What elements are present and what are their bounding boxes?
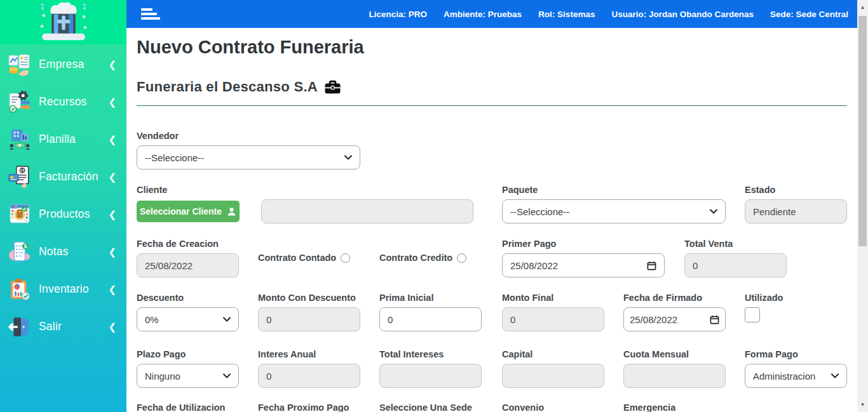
- field-paquete: Paquete --Seleccione--: [502, 185, 726, 223]
- recursos-icon: [7, 90, 32, 115]
- vendedor-label: Vendedor: [137, 131, 360, 141]
- vertical-scrollbar[interactable]: ▲ ▼: [857, 0, 868, 412]
- paquete-select[interactable]: --Seleccione--: [502, 199, 726, 223]
- menu-toggle-icon[interactable]: [141, 7, 160, 21]
- field-interes-anual: Interes Anual: [258, 349, 360, 388]
- field-contrato-credito: Contrato Credito: [379, 253, 466, 263]
- plazo-pago-select[interactable]: Ninguno: [137, 364, 239, 388]
- sidebar-item-label: Empresa: [39, 58, 84, 71]
- contrato-contado-radio[interactable]: [341, 253, 350, 263]
- sidebar-item-label: Facturación: [39, 170, 98, 183]
- topbar-sede[interactable]: Sede: Sede Central: [770, 10, 848, 19]
- empresa-icon: [7, 52, 32, 77]
- field-cuota-mensual: Cuota Mensual: [623, 349, 726, 388]
- contrato-contado-label: Contrato Contado: [258, 253, 336, 263]
- company-line: Funeraria el Descanso S.A: [137, 79, 341, 95]
- facturacion-icon: $: [7, 164, 32, 190]
- chevron-left-icon: ❮: [108, 321, 116, 333]
- sidebar-item-productos[interactable]: Productos ❮: [0, 196, 126, 233]
- chevron-down-icon: [223, 317, 231, 322]
- vendedor-select[interactable]: --Seleccione--: [137, 145, 360, 169]
- field-plazo-pago: Plazo Pago Ninguno: [137, 349, 239, 388]
- topbar-usuario[interactable]: Usuario: Jordan Obando Cardenas: [611, 10, 754, 19]
- sidebar-item-salir[interactable]: Salir ❮: [0, 308, 126, 345]
- svg-text:$: $: [24, 243, 27, 249]
- field-fecha-proximo-pago: Fecha Proximo Pago: [258, 402, 349, 412]
- chevron-left-icon: ❮: [108, 209, 116, 220]
- cliente-label: Cliente: [137, 185, 473, 195]
- interes-anual-input: [258, 364, 360, 388]
- prima-inicial-input[interactable]: [379, 307, 482, 331]
- monto-con-descuento-input: [258, 307, 360, 331]
- total-intereses-input: [379, 364, 482, 388]
- capital-input: [502, 364, 604, 388]
- monto-final-input: [502, 307, 604, 331]
- paquete-label: Paquete: [502, 185, 726, 195]
- page-title: Nuevo Contrato Funeraria: [137, 37, 364, 58]
- cuota-mensual-input: [623, 364, 726, 388]
- field-seleccione-sede: Seleccione Una Sede: [379, 402, 472, 412]
- sidebar-item-label: Productos: [39, 208, 90, 221]
- field-contrato-contado: Contrato Contado: [258, 253, 350, 263]
- notas-icon: $: [7, 239, 32, 265]
- chevron-down-icon: [344, 155, 352, 160]
- contrato-credito-radio[interactable]: [457, 253, 466, 263]
- chevron-left-icon: ❮: [108, 134, 116, 145]
- primer-pago-label: Primer Pago: [502, 239, 665, 249]
- scroll-down-arrow-icon[interactable]: ▼: [857, 399, 868, 410]
- sidebar-item-empresa[interactable]: Empresa ❮: [0, 46, 126, 83]
- seleccione-sede-label: Seleccione Una Sede: [379, 402, 472, 412]
- main-area: Licencia: PRO Ambiente: Pruebas Rol: Sis…: [126, 0, 857, 412]
- monto-final-label: Monto Final: [502, 293, 604, 303]
- sidebar-item-facturacion[interactable]: $ Facturación ❮: [0, 158, 126, 196]
- calendar-icon[interactable]: [710, 315, 719, 324]
- divider: [137, 105, 847, 106]
- fecha-firmado-date-input[interactable]: 25/08/2022: [623, 307, 726, 331]
- forma-pago-select[interactable]: Administracion: [745, 364, 847, 388]
- field-total-venta: Total Venta: [684, 239, 787, 277]
- fecha-utilizacion-label: Fecha de Utilizacion: [137, 402, 225, 412]
- field-vendedor: Vendedor --Seleccione--: [137, 131, 360, 169]
- scroll-up-arrow-icon[interactable]: ▲: [857, 2, 868, 13]
- utilizado-checkbox[interactable]: [745, 307, 760, 322]
- field-fecha-creacion: Fecha de Creacion: [137, 239, 239, 277]
- prima-inicial-label: Prima Inicial: [379, 293, 482, 303]
- field-fecha-utilizacion: Fecha de Utilizacion: [137, 402, 225, 412]
- cliente-input: [261, 199, 473, 223]
- field-prima-inicial: Prima Inicial: [379, 293, 482, 331]
- fecha-creacion-input: [137, 253, 239, 277]
- descuento-select[interactable]: 0%: [137, 307, 239, 331]
- interes-anual-label: Interes Anual: [258, 349, 360, 359]
- topbar-ambiente[interactable]: Ambiente: Pruebas: [444, 10, 522, 19]
- monto-con-descuento-label: Monto Con Descuento: [258, 293, 360, 303]
- chevron-left-icon: ❮: [108, 96, 116, 108]
- productos-icon: [7, 202, 32, 227]
- field-capital: Capital: [502, 349, 604, 388]
- field-total-intereses: Total Intereses: [379, 349, 482, 388]
- fecha-firmado-label: Fecha de Firmado: [623, 293, 726, 303]
- seleccionar-cliente-button[interactable]: Seleccionar Cliente: [137, 201, 240, 222]
- field-fecha-firmado: Fecha de Firmado 25/08/2022: [623, 293, 726, 331]
- topbar: Licencia: PRO Ambiente: Pruebas Rol: Sis…: [126, 0, 857, 28]
- chevron-left-icon: ❮: [108, 59, 116, 70]
- topbar-licencia[interactable]: Licencia: PRO: [369, 10, 428, 19]
- primer-pago-date-input[interactable]: 25/08/2022: [502, 253, 665, 277]
- salir-icon: [7, 314, 32, 340]
- sidebar-item-inventario[interactable]: Inventario ❮: [0, 270, 126, 308]
- chevron-left-icon: ❮: [108, 246, 116, 258]
- utilizado-label: Utilizado: [745, 293, 847, 303]
- chevron-left-icon: ❮: [108, 171, 116, 183]
- sidebar-item-planilla[interactable]: Planilla ❮: [0, 121, 126, 158]
- sidebar-item-label: Planilla: [39, 133, 76, 146]
- sidebar-item-label: Salir: [39, 320, 62, 333]
- calendar-icon[interactable]: [647, 261, 656, 270]
- descuento-label: Descuento: [137, 293, 239, 303]
- estado-label: Estado: [745, 185, 847, 195]
- sidebar-item-notas[interactable]: $ Notas ❮: [0, 233, 126, 270]
- sidebar-item-recursos[interactable]: Recursos ❮: [0, 83, 126, 121]
- scrollbar-thumb[interactable]: [858, 16, 867, 246]
- topbar-rol[interactable]: Rol: Sistemas: [538, 10, 595, 19]
- chevron-down-icon: [831, 373, 839, 378]
- estado-input: [745, 199, 847, 223]
- plazo-pago-label: Plazo Pago: [137, 349, 239, 359]
